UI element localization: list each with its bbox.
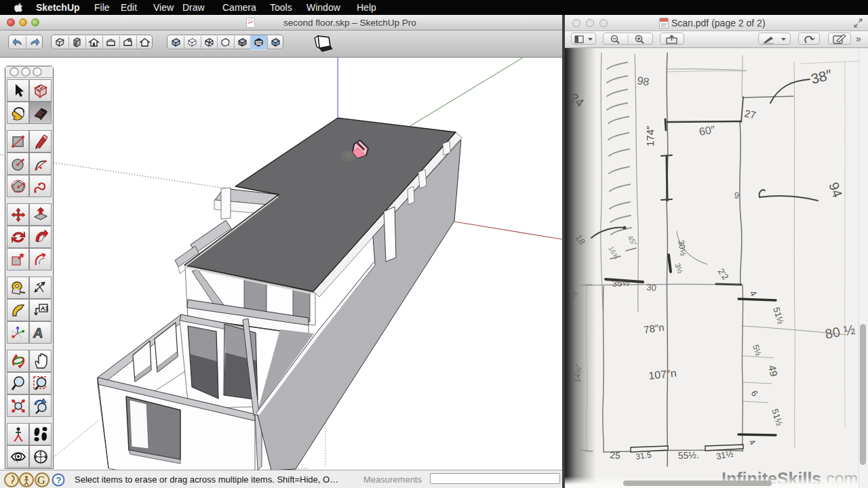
svg-text:55½.: 55½. xyxy=(678,449,700,461)
svg-text:25: 25 xyxy=(610,449,621,461)
svg-text:3: 3 xyxy=(41,281,44,287)
svg-text:49: 49 xyxy=(766,364,780,378)
svg-text:30: 30 xyxy=(646,282,657,293)
svg-text:A: A xyxy=(33,325,44,340)
svg-text:C: C xyxy=(39,451,43,455)
svg-text:98: 98 xyxy=(637,75,650,87)
svg-text:G: G xyxy=(37,474,45,486)
svg-text:A1: A1 xyxy=(41,305,49,312)
svg-text:14½″: 14½″ xyxy=(572,363,583,383)
svg-text:27: 27 xyxy=(743,107,757,121)
svg-text:174″: 174″ xyxy=(644,125,656,146)
svg-text:35½: 35½ xyxy=(612,277,629,289)
svg-text:?: ? xyxy=(56,475,62,485)
